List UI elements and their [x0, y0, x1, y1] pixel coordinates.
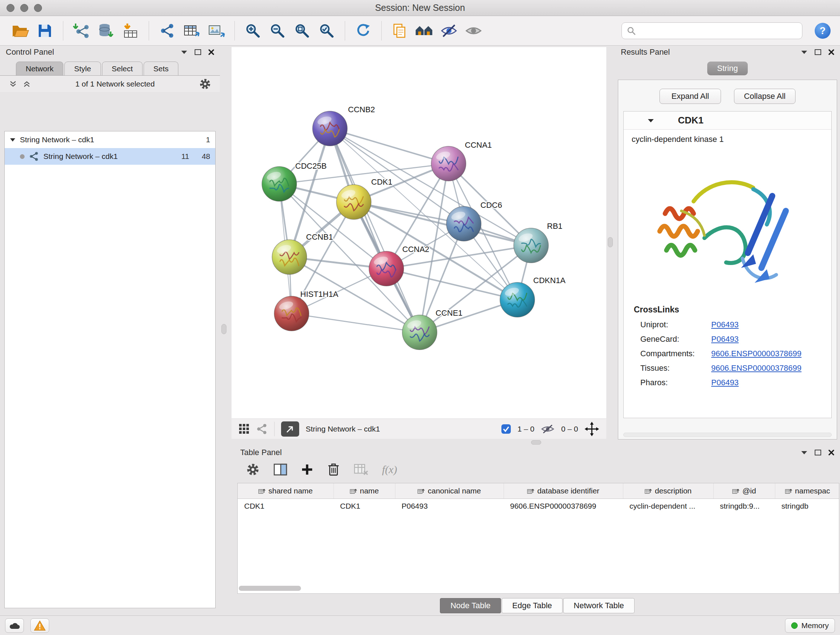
tab-node-table[interactable]: Node Table: [440, 598, 501, 613]
close-panel-icon[interactable]: [829, 450, 834, 455]
network-node-CCNE1[interactable]: [402, 315, 437, 350]
vertical-splitter-handle[interactable]: [608, 237, 613, 247]
panel-menu-icon[interactable]: [181, 50, 187, 54]
selected-checkbox-icon[interactable]: [501, 424, 511, 434]
network-edge-CCNB2-CCNE1[interactable]: [330, 128, 420, 333]
column-header-database-identifier[interactable]: database identifier: [504, 483, 623, 499]
tree-expand-icon[interactable]: [10, 138, 16, 142]
tab-network-table[interactable]: Network Table: [563, 598, 635, 613]
crosslink-link[interactable]: P06493: [711, 320, 739, 329]
column-header-id[interactable]: @id: [714, 483, 775, 499]
network-node-CDKN1A[interactable]: [500, 282, 535, 317]
network-edge-CCNA2-CDKN1A[interactable]: [386, 269, 517, 300]
column-header-description[interactable]: description: [623, 483, 714, 499]
collapse-all-button[interactable]: Collapse All: [734, 89, 796, 104]
birds-eye-grid-icon[interactable]: [239, 424, 249, 434]
collapse-all-icon[interactable]: [9, 80, 17, 88]
export-image-button[interactable]: [205, 20, 227, 42]
delete-trash-icon[interactable]: [327, 463, 340, 477]
crosslink-link[interactable]: P06493: [711, 378, 739, 387]
crosslink-link[interactable]: 9606.ENSP00000378699: [711, 349, 802, 358]
zoom-out-button[interactable]: [267, 20, 288, 42]
hidden-eye-slash-icon[interactable]: [541, 424, 554, 434]
float-panel-icon[interactable]: [815, 49, 821, 55]
network-node-RB1[interactable]: [514, 228, 548, 263]
vertical-splitter-handle[interactable]: [221, 324, 226, 334]
network-view-canvas[interactable]: CCNB2CCNA1CDC25BCDK1CDC6RB1CCNB1CCNA2CDK…: [232, 47, 606, 418]
network-node-CDC6[interactable]: [447, 206, 481, 241]
network-node-CCNA2[interactable]: [369, 251, 404, 286]
network-graph[interactable]: CCNB2CCNA1CDC25BCDK1CDC6RB1CCNB1CCNA2CDK…: [232, 47, 606, 418]
network-edge-HIST1H1A-CCNE1[interactable]: [292, 314, 420, 333]
new-table-button[interactable]: [181, 20, 202, 42]
import-network-database-button[interactable]: [95, 20, 117, 42]
cloud-sync-button[interactable]: [5, 618, 24, 633]
column-header-shared-name[interactable]: shared name: [238, 483, 333, 499]
tab-edge-table[interactable]: Edge Table: [502, 598, 562, 613]
column-header-canonical-name[interactable]: canonical name: [395, 483, 504, 499]
column-header-namespace[interactable]: namespac: [775, 483, 839, 499]
node-sphere: [369, 251, 404, 286]
collapse-entry-icon[interactable]: [647, 119, 654, 123]
zoom-in-button[interactable]: [242, 20, 264, 42]
float-panel-icon[interactable]: [195, 49, 201, 55]
network-node-HIST1H1A[interactable]: [274, 296, 309, 331]
network-node-CDK1[interactable]: [336, 185, 371, 219]
network-node-CDC25B[interactable]: [262, 166, 297, 201]
show-eye-button[interactable]: [463, 20, 485, 42]
panel-menu-icon[interactable]: [801, 450, 807, 455]
close-window-button[interactable]: [6, 4, 14, 12]
zoom-window-button[interactable]: [34, 4, 42, 12]
close-panel-icon[interactable]: [829, 49, 834, 55]
table-settings-gear-icon[interactable]: [246, 463, 260, 477]
crosslink-link[interactable]: P06493: [711, 334, 739, 344]
duplicate-document-button[interactable]: [389, 20, 411, 42]
node-details-header[interactable]: CDK1: [624, 111, 831, 130]
results-horizontal-scrollbar[interactable]: [623, 432, 832, 437]
table-horizontal-scrollbar[interactable]: [239, 586, 301, 591]
table-row[interactable]: CDK1 CDK1 P06493 9606.ENSP00000378699 cy…: [238, 499, 839, 514]
crosslink-link[interactable]: 9606.ENSP00000378699: [711, 363, 802, 373]
network-overview-icon[interactable]: [256, 424, 268, 434]
tab-select[interactable]: Select: [102, 62, 142, 75]
function-builder-button[interactable]: f(x): [382, 463, 397, 476]
close-panel-icon[interactable]: [208, 49, 214, 55]
zoom-selected-button[interactable]: [316, 20, 338, 42]
network-node-CCNA1[interactable]: [431, 146, 466, 181]
help-button[interactable]: ?: [815, 23, 831, 39]
network-from-selection-button[interactable]: [156, 20, 178, 42]
network-row[interactable]: String Network – cdk1 11 48: [5, 148, 215, 165]
pan-crosshair-icon[interactable]: [584, 422, 599, 436]
panel-menu-icon[interactable]: [801, 50, 807, 54]
import-network-file-button[interactable]: [71, 20, 92, 42]
hide-glasses-button[interactable]: [438, 20, 460, 42]
minimize-window-button[interactable]: [20, 4, 28, 12]
refresh-view-button[interactable]: [352, 20, 374, 42]
zoom-fit-button[interactable]: [291, 20, 313, 42]
open-session-button[interactable]: [9, 20, 31, 42]
network-node-CCNB2[interactable]: [313, 111, 347, 146]
network-collection-row[interactable]: String Network – cdk1 1: [5, 131, 215, 148]
tab-style[interactable]: Style: [65, 62, 101, 75]
import-table-file-button[interactable]: [120, 20, 141, 42]
node-name: CDK1: [678, 115, 704, 126]
warnings-button[interactable]: [30, 618, 49, 633]
memory-button[interactable]: Memory: [785, 618, 835, 633]
network-node-CCNB1[interactable]: [272, 240, 307, 274]
search-input[interactable]: [639, 27, 797, 35]
gear-icon[interactable]: [199, 78, 211, 90]
tab-string[interactable]: String: [707, 62, 748, 75]
string-home-button[interactable]: [414, 20, 435, 42]
expand-all-button[interactable]: Expand All: [660, 89, 721, 104]
float-panel-icon[interactable]: [815, 450, 821, 455]
select-columns-icon[interactable]: [273, 463, 287, 476]
add-row-plus-icon[interactable]: [301, 463, 313, 476]
save-session-button[interactable]: [34, 20, 56, 42]
open-in-window-button[interactable]: [281, 421, 299, 437]
tab-sets[interactable]: Sets: [144, 62, 178, 75]
network-edge-CCNB2-CCNA1[interactable]: [330, 128, 448, 164]
horizontal-splitter-handle[interactable]: [531, 440, 541, 445]
tab-network[interactable]: Network: [16, 62, 63, 75]
column-header-name[interactable]: name: [333, 483, 395, 499]
expand-all-icon[interactable]: [22, 80, 31, 88]
